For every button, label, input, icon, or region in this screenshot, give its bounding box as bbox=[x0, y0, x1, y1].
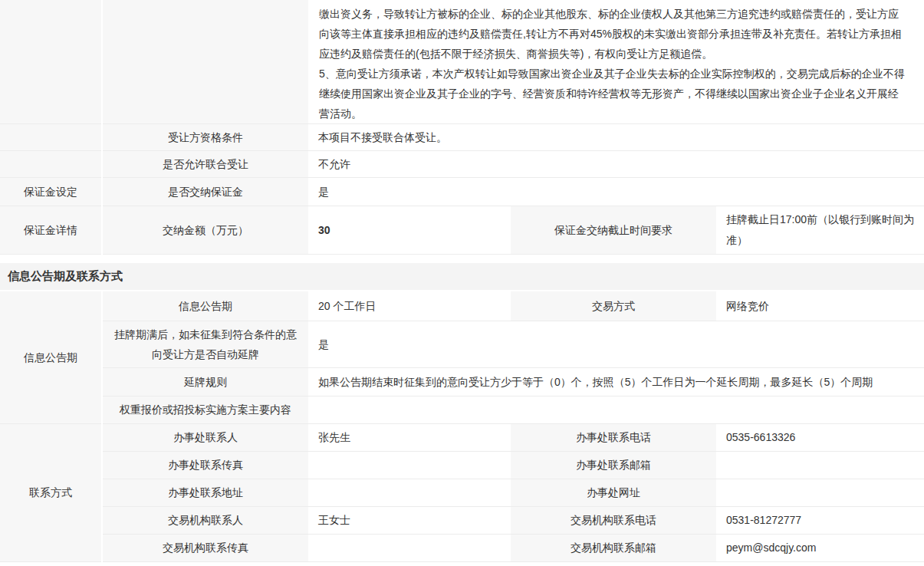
field-value: 如果公告期结束时征集到的意向受让方少于等于（0）个，按照（5）个工作日为一个延长… bbox=[308, 367, 924, 396]
field-label: 办事处联系地址 bbox=[102, 479, 308, 506]
announcement-contact-table: 信息公告期 信息公告期 20 个工作日 交易方式 网络竞价 挂牌期满后，如未征集… bbox=[0, 291, 924, 562]
field-value bbox=[716, 451, 924, 479]
row-announcement-period: 信息公告期 信息公告期 20 个工作日 交易方式 网络竞价 bbox=[0, 291, 924, 321]
group-cell-deposit-setting: 保证金设定 bbox=[0, 178, 102, 206]
field-value: 0535-6613326 bbox=[716, 423, 924, 451]
field-label: 交易机构联系电话 bbox=[511, 506, 716, 534]
row-institution-contact-person: 交易机构联系人 王女士 交易机构联系电话 0531-81272777 bbox=[0, 506, 924, 534]
listing-detail-page: 缴出资义务，导致转让方被标的企业、标的企业其他股东、标的企业债权人及其他第三方追… bbox=[0, 0, 924, 566]
field-label: 保证金交纳截止时间要求 bbox=[511, 206, 716, 255]
bottom-gap bbox=[0, 562, 924, 566]
deposit-deadline-value: 挂牌截止日17:00前（以银行到账时间为准） bbox=[716, 206, 924, 255]
row-disclosure-continuation: 缴出资义务，导致转让方被标的企业、标的企业其他股东、标的企业债权人及其他第三方追… bbox=[0, 0, 924, 124]
disclosure-text: 缴出资义务，导致转让方被标的企业、标的企业其他股东、标的企业债权人及其他第三方追… bbox=[318, 3, 916, 120]
section-header-bar: 信息公告期及联系方式 bbox=[0, 263, 924, 291]
field-value: 是 bbox=[308, 321, 924, 367]
group-cell-empty bbox=[0, 124, 102, 151]
field-label: 交易方式 bbox=[511, 291, 716, 321]
field-value: 不允许 bbox=[308, 151, 924, 178]
field-value: 张先生 bbox=[308, 423, 511, 451]
field-label: 受让方资格条件 bbox=[102, 124, 308, 151]
table-gap bbox=[0, 255, 924, 263]
field-label: 办事处联系人 bbox=[102, 423, 308, 451]
field-label: 办事处联系邮箱 bbox=[511, 451, 716, 479]
field-label: 交易机构联系邮箱 bbox=[511, 534, 716, 561]
row-extension-rule: 延牌规则 如果公告期结束时征集到的意向受让方少于等于（0）个，按照（5）个工作日… bbox=[0, 367, 924, 396]
row-transferee-qualification: 受让方资格条件 本项目不接受联合体受让。 bbox=[0, 124, 924, 151]
field-label: 交易机构联系人 bbox=[102, 506, 308, 534]
group-cell-contact-info: 联系方式 bbox=[0, 423, 102, 561]
field-value: 0531-81272777 bbox=[716, 506, 924, 534]
field-value bbox=[308, 479, 511, 506]
margin-table: 缴出资义务，导致转让方被标的企业、标的企业其他股东、标的企业债权人及其他第三方追… bbox=[0, 0, 924, 255]
field-label: 延牌规则 bbox=[102, 367, 308, 396]
field-label: 权重报价或招投标实施方案主要内容 bbox=[102, 396, 308, 423]
group-cell-announcement-period: 信息公告期 bbox=[0, 291, 102, 423]
row-office-address-website: 办事处联系地址 办事处网址 bbox=[0, 479, 924, 506]
field-label: 是否交纳保证金 bbox=[102, 178, 308, 206]
field-label: 办事处联系传真 bbox=[102, 451, 308, 479]
field-value: 20 个工作日 bbox=[308, 291, 511, 321]
deposit-amount-value: 30 bbox=[308, 206, 511, 255]
group-cell-empty bbox=[0, 151, 102, 178]
group-cell-empty bbox=[0, 0, 102, 124]
row-institution-fax-email: 交易机构联系传真 交易机构联系邮箱 peym@sdcqjy.com bbox=[0, 534, 924, 561]
row-office-fax-email: 办事处联系传真 办事处联系邮箱 bbox=[0, 451, 924, 479]
disclosure-paragraph-2: 5、意向受让方须承诺，本次产权转让如导致国家出资企业及其子企业失去标的企业实际控… bbox=[319, 64, 906, 120]
deposit-amount: 30 bbox=[318, 224, 330, 236]
group-cell-deposit-detail: 保证金详情 bbox=[0, 206, 102, 255]
field-label: 信息公告期 bbox=[102, 291, 308, 321]
field-label: 是否允许联合受让 bbox=[102, 151, 308, 178]
field-label: 办事处联系电话 bbox=[511, 423, 716, 451]
field-value: 是 bbox=[308, 178, 924, 206]
field-value: 本项目不接受联合体受让。 bbox=[308, 124, 924, 151]
deposit-deadline-text: 挂牌截止日17:00前（以银行到账时间为准） bbox=[726, 209, 916, 251]
label-cell-empty bbox=[102, 0, 308, 124]
row-deposit-detail: 保证金详情 交纳金额（万元） 30 保证金交纳截止时间要求 挂牌截止日17:00… bbox=[0, 206, 924, 255]
field-label: 办事处网址 bbox=[511, 479, 716, 506]
field-value bbox=[308, 451, 511, 479]
row-deposit-required: 保证金设定 是否交纳保证金 是 bbox=[0, 178, 924, 206]
disclosure-paragraph-1: 缴出资义务，导致转让方被标的企业、标的企业其他股东、标的企业债权人及其他第三方追… bbox=[319, 4, 906, 64]
field-value: 网络竞价 bbox=[716, 291, 924, 321]
field-label: 挂牌期满后，如未征集到符合条件的意向受让方是否自动延牌 bbox=[102, 321, 308, 367]
row-joint-transfer-allowed: 是否允许联合受让 不允许 bbox=[0, 151, 924, 178]
field-label: 交纳金额（万元） bbox=[102, 206, 308, 255]
row-weighted-bid-plan: 权重报价或招投标实施方案主要内容 bbox=[0, 396, 924, 423]
section-title: 信息公告期及联系方式 bbox=[8, 269, 123, 284]
field-value: 王女士 bbox=[308, 506, 511, 534]
row-office-contact-person: 联系方式 办事处联系人 张先生 办事处联系电话 0535-6613326 bbox=[0, 423, 924, 451]
field-value bbox=[716, 479, 924, 506]
field-value bbox=[308, 396, 924, 423]
field-value: peym@sdcqjy.com bbox=[716, 534, 924, 561]
field-label: 交易机构联系传真 bbox=[102, 534, 308, 561]
field-value bbox=[308, 534, 511, 561]
disclosure-text-cell: 缴出资义务，导致转让方被标的企业、标的企业其他股东、标的企业债权人及其他第三方追… bbox=[308, 0, 924, 124]
row-auto-extension: 挂牌期满后，如未征集到符合条件的意向受让方是否自动延牌 是 bbox=[0, 321, 924, 367]
